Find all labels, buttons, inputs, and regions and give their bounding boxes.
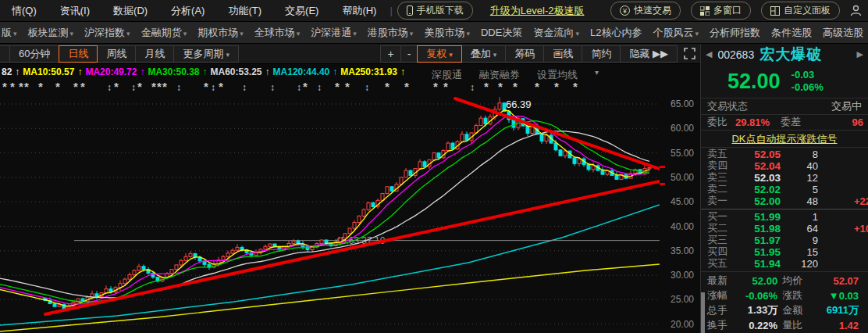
zoom-out-button[interactable]: - (400, 45, 418, 63)
order-price: 52.02 (732, 184, 781, 195)
chevron-down-icon: ▾ (575, 30, 579, 38)
panel-scrollbar-thumb[interactable] (701, 292, 705, 333)
axis-tick-label: 45.00 (671, 196, 694, 207)
stat-value: 52.00 (752, 275, 783, 287)
stock-app-window: 情(Q)资讯(I)数据(D)分析(A)功能(T)交易(E)帮助(H) | 手机版… (0, 0, 868, 333)
svg-text:*: * (204, 80, 208, 93)
order-price: 51.94 (732, 258, 781, 270)
svg-text:*: * (55, 80, 60, 93)
order-book-row[interactable]: 买五51.94120 (701, 258, 868, 270)
custom-panel-icon (770, 6, 780, 16)
tab-period-clipped[interactable]: 30分钟 (0, 45, 10, 63)
menu-item[interactable]: 数据(D) (101, 4, 159, 18)
up-arrow-icon: ↑ (265, 66, 270, 77)
fullscreen-icon[interactable] (684, 48, 695, 59)
tab-月线[interactable]: 月线 (135, 45, 174, 63)
market-toolbar-item[interactable]: 条件选股 (771, 26, 812, 40)
svg-text:*: * (303, 80, 308, 93)
zoom-in-button[interactable]: + (380, 45, 400, 63)
svg-text:↕: ↕ (176, 82, 181, 93)
prev-stock-arrow[interactable]: ◀ (706, 49, 712, 59)
quick-trade-button[interactable]: ¥ 快速交易 (610, 2, 681, 20)
order-price: 52.03 (732, 172, 781, 184)
market-toolbar-item[interactable]: 全球市场▾ (254, 26, 301, 40)
menu-item[interactable]: 帮助(H) (330, 4, 388, 18)
chevron-down-icon: ▾ (13, 30, 17, 38)
svg-text:*: * (385, 80, 390, 93)
tab-周线[interactable]: 周线 (97, 45, 136, 63)
order-price: 52.04 (732, 160, 781, 172)
tab-更多周期[interactable]: 更多周期▾ (173, 45, 239, 63)
chart-canvas[interactable]: 45.63 37.1066.39********↕*↕****↕*↕*↕↕↕*↕… (0, 64, 660, 333)
dk-signal-link[interactable]: DK点自动提示涨跌信号 (731, 132, 837, 146)
tab-60分钟[interactable]: 60分钟 (9, 45, 59, 63)
custom-panel-button[interactable]: 自定义面板 (761, 2, 840, 20)
axis-price-mark (660, 183, 665, 185)
trade-status-value: 交易中 (831, 99, 862, 113)
chart-link-设置均线[interactable]: 设置均线 (537, 68, 578, 82)
market-toolbar-item[interactable]: 板块监测▾ (28, 26, 74, 40)
stat-value: 1.33万 (748, 303, 782, 317)
market-toolbar-item[interactable]: 个股风云▾ (653, 26, 699, 40)
svg-text:*: * (137, 80, 142, 93)
order-volume: 120 (781, 258, 818, 270)
custom-panel-label: 自定义面板 (784, 4, 831, 17)
market-toolbar-item[interactable]: 高级选股 (823, 26, 863, 40)
menu-item[interactable]: 交易(E) (273, 4, 330, 18)
order-volume: 8 (781, 149, 818, 160)
axis-tick-label: 25.00 (671, 294, 694, 305)
candlestick-chart[interactable]: 45.63 37.1066.39********↕*↕****↕*↕*↕↕↕*↕… (0, 64, 700, 333)
market-toolbar-item[interactable]: 沪深指数▾ (84, 26, 130, 40)
market-toolbar-item[interactable]: 版▾ (2, 26, 17, 40)
ask-rows: 卖五52.058卖四52.0440卖三52.0312卖二52.025卖一52.0… (701, 149, 868, 207)
stat-最新: 最新52.00 (707, 274, 782, 288)
upgrade-level2-link[interactable]: 升级为Level-2极速版 (490, 4, 585, 18)
tool-隐藏[interactable]: 隐藏 ▶▶ (620, 45, 678, 63)
order-book-row[interactable]: 卖一52.0048+22 (701, 195, 868, 207)
order-price: 51.98 (732, 223, 781, 235)
menu-item[interactable]: 分析(A) (159, 4, 216, 18)
chart-link-融资融券[interactable]: 融资融券 (479, 68, 520, 82)
svg-text:*: * (19, 80, 23, 93)
user-account-icon[interactable] (850, 5, 862, 16)
tab-日线[interactable]: 日线 (59, 45, 98, 63)
market-toolbar-item[interactable]: 期权市场▾ (197, 26, 244, 40)
up-arrow-icon: ↑ (400, 66, 405, 77)
market-toolbar-item[interactable]: 资金流向▾ (533, 26, 579, 40)
period-toolbar: 30分钟 60分钟日线周线月线更多周期▾ + - 复权▾叠加▾筹码画线简约隐藏 … (0, 44, 700, 64)
mobile-download-button[interactable]: 手机版下载 (397, 2, 473, 20)
tool-画线[interactable]: 画线 (543, 45, 582, 63)
tool-叠加[interactable]: 叠加▾ (461, 45, 507, 63)
menu-item[interactable]: 情(Q) (0, 4, 48, 18)
multi-window-button[interactable]: 多窗口 (691, 2, 751, 20)
axis-tick-label: 60.00 (671, 123, 694, 134)
tool-复权[interactable]: 复权▾ (417, 45, 462, 63)
svg-text:*: * (10, 80, 15, 93)
chevron-down-icon: ▾ (695, 30, 699, 38)
svg-text:66.39: 66.39 (506, 98, 532, 110)
market-toolbar-item[interactable]: 美股市场▾ (424, 26, 470, 40)
menubar-separator: | (390, 5, 392, 16)
chart-link-深股通[interactable]: 深股通 (432, 68, 462, 82)
stat-label: 金额 (782, 303, 802, 317)
next-stock-arrow[interactable]: ▶ (857, 49, 863, 59)
svg-text:*: * (335, 80, 340, 93)
order-change-badge: +10 (854, 223, 868, 235)
market-toolbar-item[interactable]: L2核心内参 (590, 26, 642, 40)
market-toolbar: 版▾板块监测▾沪深指数▾金融期货▾期权市场▾全球市场▾沪深港通▾港股市场▾美股市… (0, 22, 868, 44)
tool-简约[interactable]: 简约 (582, 45, 621, 63)
menu-item[interactable]: 资讯(I) (48, 4, 101, 18)
tool-筹码[interactable]: 筹码 (505, 45, 544, 63)
market-toolbar-item[interactable]: 港股市场▾ (368, 26, 414, 40)
order-change-badge: +22 (854, 195, 868, 207)
stat-value: 52.07 (833, 275, 863, 287)
svg-text:*: * (73, 80, 78, 93)
market-toolbar-item[interactable]: DDE决策 (481, 26, 522, 40)
menu-item[interactable]: 功能(T) (216, 4, 273, 18)
market-toolbar-item[interactable]: 沪深港通▾ (311, 26, 357, 40)
market-toolbar-item[interactable]: 金融期货▾ (141, 26, 187, 40)
stat-label: 总手 (707, 303, 727, 317)
stat-value: -0.06% (745, 290, 782, 302)
svg-text:*: * (114, 80, 119, 93)
market-toolbar-item[interactable]: 分析师指数 (710, 26, 760, 40)
